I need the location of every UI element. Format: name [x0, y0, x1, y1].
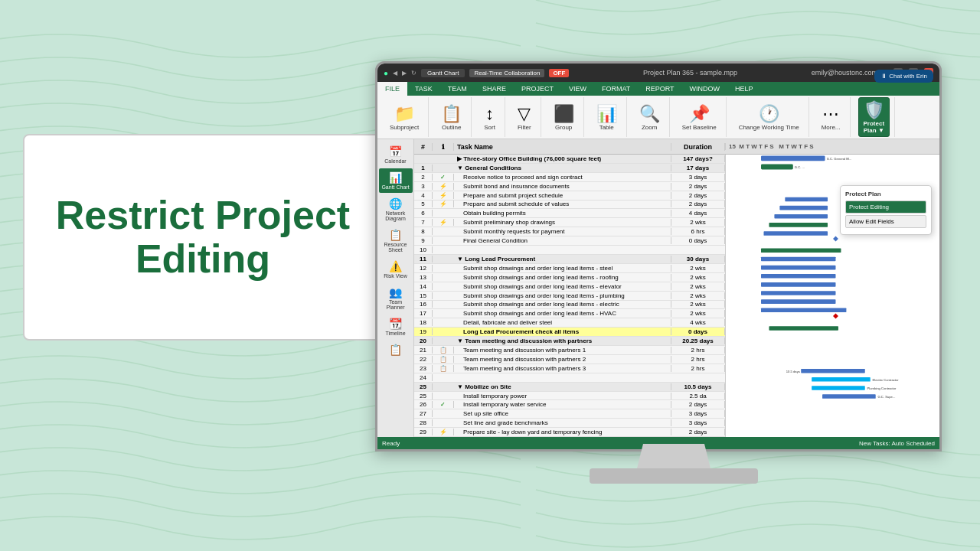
table-row[interactable]: 1 ▼ General Conditions 17 days [414, 164, 725, 173]
table-row[interactable]: 27 Set up site office 3 days [414, 409, 725, 419]
nav-back[interactable]: ◀ [393, 70, 397, 77]
table-row[interactable]: 26 ✓ Install temporary water service 2 d… [414, 400, 725, 409]
table-row[interactable]: 10 [414, 246, 725, 255]
sidebar-item-extra[interactable]: 📋 [379, 341, 413, 360]
row-name: Final General Condition [454, 237, 671, 244]
row-name: Long Lead Procurement check all items [454, 328, 671, 335]
timeline-label: Timeline [385, 331, 405, 336]
row-dur: 2 wks [671, 301, 725, 308]
row-dur: 3 days [671, 419, 725, 426]
chat-btn[interactable]: ⏸ Chat with Erin [874, 70, 933, 83]
gantt-bar-label-105: 10.5 days [786, 370, 800, 373]
allow-edit-fields-btn[interactable]: Allow Edit Fields [845, 215, 926, 228]
row-name: Submit shop drawings and order long lead… [454, 265, 671, 272]
tab-project[interactable]: PROJECT [514, 82, 561, 96]
table-row[interactable]: 3 ⚡ Submit bond and insurance documents … [414, 182, 725, 191]
table-row[interactable]: 5 ⚡ Prepare and submit schedule of value… [414, 201, 725, 210]
tab-share[interactable]: SHARE [475, 82, 514, 96]
protect-plan-btn[interactable]: 🛡️ Protect Plan ▼ [858, 97, 890, 137]
table-row[interactable]: 2 ✓ Receive notice to proceed and sign c… [414, 173, 725, 182]
table-row[interactable]: 11 ▼ Long Lead Procurement 30 days [414, 255, 725, 264]
subproject-label: Subproject [390, 124, 419, 131]
filter-btn[interactable]: ▽ Filter [513, 102, 536, 133]
table-row[interactable]: 4 ⚡ Prepare and submit project schedule … [414, 191, 725, 201]
table-btn[interactable]: 📊 Table [592, 102, 622, 133]
row-num: 11 [414, 256, 433, 262]
sidebar-item-calendar[interactable]: 📅 Calendar [379, 142, 413, 167]
table-row[interactable]: 17 Submit shop drawings and order long l… [414, 309, 725, 318]
more-btn[interactable]: ⋯ More... [817, 102, 845, 133]
gantt-milestone-9 [833, 236, 838, 242]
col-num-header: # [414, 143, 433, 151]
view-selector[interactable]: Gantt Chart [421, 69, 465, 77]
table-row[interactable]: 18 Detail, fabricate and deliver steel 4… [414, 318, 725, 328]
table-row[interactable]: 7 ⚡ Submit preliminary shop drawings 2 w… [414, 218, 725, 227]
risk-icon: ⚠️ [389, 260, 402, 272]
refresh-icon[interactable]: ↻ [411, 70, 416, 77]
sort-btn[interactable]: ↕ Sort [479, 102, 500, 133]
table-row[interactable]: 9 Final General Condition 0 days [414, 236, 725, 246]
table-row[interactable]: 8 Submit monthly requests for payment 6 … [414, 227, 725, 236]
sidebar-item-gantt[interactable]: 📊 Gantt Chart [379, 168, 413, 193]
change-working-time-btn[interactable]: 🕐 Change Working Time [734, 102, 804, 133]
set-baseline-btn[interactable]: 📌 Set Baseline [678, 102, 721, 133]
tab-help[interactable]: HELP [727, 82, 761, 96]
sidebar-item-timeline[interactable]: 📆 Timeline [379, 315, 413, 339]
table-row[interactable]: 28 Set line and grade benchmarks 3 days [414, 419, 725, 428]
row-num: 15 [414, 292, 433, 299]
row-name: Submit shop drawings and order long lead… [454, 301, 671, 308]
row-name: Submit monthly requests for payment [454, 228, 671, 235]
subproject-icon: 📁 [394, 104, 415, 124]
col-duration-header: Duration [671, 143, 725, 151]
row-num: 8 [414, 228, 433, 235]
table-row[interactable]: 13 Submit shop drawings and order long l… [414, 273, 725, 282]
table-row[interactable]: 24 [414, 373, 725, 383]
row-dur: 2 days [671, 429, 725, 435]
ribbon-group-more: ⋯ More... [812, 97, 851, 137]
table-row[interactable]: 6 Obtain building permits 4 days [414, 209, 725, 218]
tab-view[interactable]: VIEW [561, 82, 594, 96]
row-ind: 📋 [433, 356, 454, 363]
table-row[interactable]: 12 Submit shop drawings and order long l… [414, 264, 725, 273]
table-row[interactable]: 25 Install temporary power 2.5 da [414, 392, 725, 401]
table-row-highlighted[interactable]: 19 Long Lead Procurement check all items… [414, 328, 725, 337]
sidebar-item-team[interactable]: 👥 Team Planner [379, 283, 413, 313]
collab-selector[interactable]: Real-Time Collaboration [469, 69, 544, 77]
table-row[interactable]: 29 ⚡ Prepare site - lay down yard and te… [414, 428, 725, 437]
tab-task[interactable]: TASK [407, 82, 440, 96]
protect-editing-btn[interactable]: Protect Editing [845, 201, 926, 214]
tab-format[interactable]: FORMAT [594, 82, 638, 96]
sidebar-item-network[interactable]: 🌐 Network Diagram [379, 194, 413, 224]
tab-file[interactable]: FILE [377, 82, 407, 96]
table-row[interactable]: 22 📋 Team meeting and discussion with pa… [414, 355, 725, 364]
tab-team[interactable]: TEAM [440, 82, 475, 96]
filter-label: Filter [518, 124, 531, 131]
working-time-icon: 🕐 [759, 104, 779, 124]
table-row[interactable]: 25 ▼ Mobilize on Site 10.5 days [414, 383, 725, 392]
tab-window[interactable]: WINDOW [682, 82, 728, 96]
title-bar: ● ◀ ▶ ↻ Gantt Chart Real-Time Collaborat… [377, 64, 939, 82]
table-row[interactable]: 21 📋 Team meeting and discussion with pa… [414, 346, 725, 355]
table-row[interactable]: ▶ Three-story Office Building (76,000 sq… [414, 155, 725, 164]
sidebar-item-risk[interactable]: ⚠️ Risk View [379, 257, 413, 282]
table-row[interactable]: 16 Submit shop drawings and order long l… [414, 301, 725, 310]
ribbon-tabs-bar: FILE TASK TEAM SHARE PROJECT VIEW FORMAT… [377, 82, 939, 96]
table-row[interactable]: 23 📋 Team meeting and discussion with pa… [414, 364, 725, 373]
table-row[interactable]: 14 Submit shop drawings and order long l… [414, 282, 725, 292]
row-ind: 📋 [433, 365, 454, 372]
nav-forward[interactable]: ▶ [402, 70, 407, 77]
table-row[interactable]: 15 Submit shop drawings and order long l… [414, 292, 725, 301]
row-dur: 2 wks [671, 283, 725, 290]
subproject-btn[interactable]: 📁 Subproject [385, 102, 423, 133]
outline-btn[interactable]: 📋 Outline [436, 102, 466, 133]
ribbon-group-table: 📊 Table [587, 97, 627, 137]
table-row[interactable]: 20 ▼ Team meeting and discussion with pa… [414, 337, 725, 346]
sidebar-item-resource[interactable]: 📋 Resource Sheet [379, 226, 413, 256]
row-dur: 2 wks [671, 274, 725, 281]
group-btn[interactable]: ⬛ Group [549, 102, 579, 133]
row-dur: 2 hrs [671, 356, 725, 363]
zoom-btn[interactable]: 🔍 Zoom [635, 102, 665, 133]
tab-report[interactable]: REPORT [638, 82, 681, 96]
row-dur: 4 days [671, 210, 725, 217]
row-ind: ⚡ [433, 219, 454, 226]
